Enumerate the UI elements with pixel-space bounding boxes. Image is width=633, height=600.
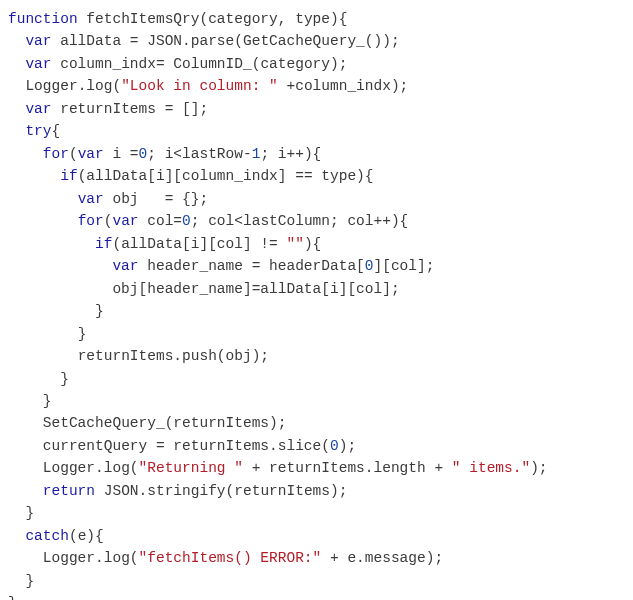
code-token-fn: push [182,348,217,364]
code-token-fn: allData [260,281,321,297]
code-line: if(allData[i][col] != ""){ [8,236,321,252]
code-token-p: ); [530,460,547,476]
code-token-p: < [173,146,182,162]
code-token-p: [ [147,168,156,184]
code-token-fn: i [112,146,121,162]
code-token-p: ++){ [287,146,322,162]
code-token-fn: i [330,281,339,297]
code-token-kw: for [78,213,104,229]
code-line: currentQuery = returnItems.slice(0); [8,438,356,454]
code-token-p: ){ [304,236,321,252]
code-token-p: ( [321,438,330,454]
code-token-p: [ [356,258,365,274]
code-line: } [8,303,104,319]
code-token-fn: returnItems [173,438,269,454]
code-token-fn: column_indx [60,56,156,72]
code-token-p: } [43,393,52,409]
code-token-p: + [278,78,295,94]
code-token-p: ); [426,550,443,566]
code-token-p: { [52,123,61,139]
code-token-p: ( [226,483,235,499]
code-token-fn: col [217,236,243,252]
code-line: } [8,595,17,600]
code-token-p: ( [199,11,208,27]
code-line: for(var i =0; i<lastRow-1; i++){ [8,146,321,162]
code-token-fn: col [208,213,234,229]
code-token-kw: if [60,168,77,184]
code-token-p: . [365,460,374,476]
code-token-p: } [78,326,87,342]
code-token-fn: stringify [147,483,225,499]
code-token-fn: Logger [25,78,77,94]
code-token-fn: message [365,550,426,566]
code-token-p: ( [130,550,139,566]
code-token-fn: returnItems [173,415,269,431]
code-token-p: ][ [339,281,356,297]
code-token-p: ( [234,33,243,49]
code-line: SetCacheQuery_(returnItems); [8,415,286,431]
code-line: } [8,505,34,521]
code-token-p: = []; [156,101,208,117]
code-token-fn: col [391,258,417,274]
code-token-fn: allData [86,168,147,184]
code-token-fn: allData [121,236,182,252]
code-token-str: " items." [452,460,530,476]
code-token-p: } [8,595,17,600]
code-token-p: ++){ [374,213,409,229]
code-line: for(var col=0; col<lastColumn; col++){ [8,213,408,229]
code-token-p: } [25,505,34,521]
code-token-p [95,483,104,499]
code-token-kw: var [25,33,51,49]
code-token-fn: lastColumn [243,213,330,229]
code-token-kw: var [112,213,138,229]
code-token-fn: i [156,168,165,184]
code-token-fn: slice [278,438,322,454]
code-token-p: . [269,438,278,454]
code-line: var header_name = headerData[0][col]; [8,258,434,274]
code-line: } [8,573,34,589]
code-token-fn: log [86,78,112,94]
code-line: function fetchItemsQry(category, type){ [8,11,347,27]
code-line: } [8,393,52,409]
code-line: var allData = JSON.parse(GetCacheQuery_(… [8,33,400,49]
code-block: function fetchItemsQry(category, type){ … [8,8,625,600]
code-token-p: ( [217,348,226,364]
code-token-fn: returnItems [78,348,174,364]
code-token-p: ){ [330,11,347,27]
code-line: returnItems.push(obj); [8,348,269,364]
code-token-p: } [25,573,34,589]
code-token-fn: log [104,550,130,566]
code-token-fn: fetchItemsQry [86,11,199,27]
code-token-p: . [182,33,191,49]
code-token-fn: column_indx [295,78,391,94]
code-token-fn: log [104,460,130,476]
code-token-p: , [278,11,295,27]
code-token-fn: obj [112,191,138,207]
code-token-p: } [95,303,104,319]
code-token-fn: lastRow [182,146,243,162]
code-token-str: "" [286,236,303,252]
code-token-p: ); [269,415,286,431]
code-token-kw: for [43,146,69,162]
code-token-p: ); [391,78,408,94]
code-token-p [52,33,61,49]
code-token-num: 0 [139,146,148,162]
code-token-p: } [60,371,69,387]
code-line: catch(e){ [8,528,104,544]
code-token-p: ( [69,146,78,162]
code-token-p [52,101,61,117]
code-token-p: = [121,146,138,162]
code-token-fn: parse [191,33,235,49]
code-token-fn: GetCacheQuery_ [243,33,365,49]
code-token-p: ] == [278,168,322,184]
code-token-p: . [173,348,182,364]
code-token-p: ] != [243,236,287,252]
code-line: obj[header_name]=allData[i][col]; [8,281,400,297]
code-token-fn: category [260,56,330,72]
code-line: Logger.log("Look in column: " +column_in… [8,78,408,94]
code-token-p: ]; [382,281,399,297]
code-line: Logger.log("fetchItems() ERROR:" + e.mes… [8,550,443,566]
code-token-p: = [147,438,173,454]
code-token-p: ( [130,460,139,476]
code-token-fn: returnItems [234,483,330,499]
